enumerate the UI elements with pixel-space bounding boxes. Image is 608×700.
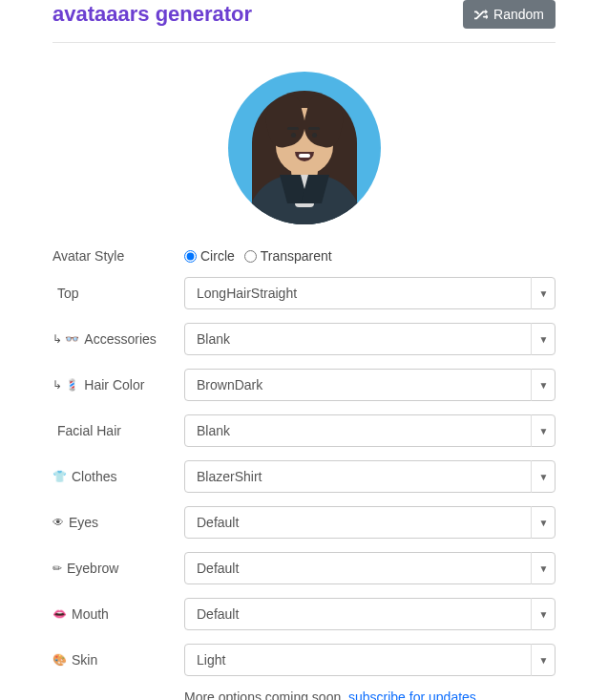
- mouth-icon: 👄: [52, 607, 67, 621]
- row-accessories: ↳ 👓 Accessories Blank ▼: [52, 323, 556, 355]
- row-eyes: 👁 Eyes Default ▼: [52, 506, 556, 539]
- label-mouth: 👄 Mouth: [52, 606, 184, 622]
- select-facial-hair[interactable]: Blank ▼: [184, 414, 556, 447]
- select-top[interactable]: LongHairStraight ▼: [184, 277, 556, 309]
- clothes-icon: 👕: [52, 470, 67, 483]
- radio-circle-label: Circle: [200, 248, 235, 264]
- avatar-preview: [52, 72, 556, 224]
- label-top-text: Top: [57, 286, 79, 301]
- select-clothes-value[interactable]: BlazerShirt: [184, 460, 556, 493]
- select-eyes-value[interactable]: Default: [184, 506, 556, 539]
- label-accessories: ↳ 👓 Accessories: [52, 331, 184, 347]
- shuffle-icon: [474, 8, 488, 21]
- select-eyes[interactable]: Default ▼: [184, 506, 556, 539]
- select-accessories[interactable]: Blank ▼: [184, 323, 556, 355]
- row-skin: 🎨 Skin Light ▼: [52, 644, 556, 676]
- eyes-icon: 👁: [52, 516, 64, 529]
- hair-color-icon: ↳ 💈: [52, 378, 79, 392]
- label-facial-hair-text: Facial Hair: [57, 423, 121, 438]
- label-eyes: 👁 Eyes: [52, 515, 184, 530]
- eyebrow-icon: ✏: [52, 562, 62, 575]
- row-mouth: 👄 Mouth Default ▼: [52, 598, 556, 630]
- avatar-circle: [228, 72, 381, 224]
- footer-text-before: More options coming soon,: [184, 689, 348, 700]
- select-mouth-value[interactable]: Default: [184, 598, 556, 630]
- skin-icon: 🎨: [52, 653, 67, 667]
- label-clothes: 👕 Clothes: [52, 469, 184, 484]
- row-avatar-style: Avatar Style Circle Transparent: [52, 248, 556, 264]
- select-skin[interactable]: Light ▼: [184, 644, 556, 676]
- label-eyebrow-text: Eyebrow: [67, 561, 118, 576]
- label-avatar-style: Avatar Style: [52, 248, 184, 264]
- page-title: avataaars generator: [52, 2, 252, 27]
- label-hair-color-text: Hair Color: [84, 377, 144, 392]
- radio-transparent[interactable]: Transparent: [244, 248, 332, 264]
- radio-transparent-label: Transparent: [261, 248, 332, 264]
- radio-circle[interactable]: Circle: [184, 248, 235, 264]
- select-mouth[interactable]: Default ▼: [184, 598, 556, 630]
- select-eyebrow[interactable]: Default ▼: [184, 552, 556, 584]
- select-skin-value[interactable]: Light: [184, 644, 556, 676]
- label-hair-color: ↳ 💈 Hair Color: [52, 377, 184, 392]
- label-eyes-text: Eyes: [69, 515, 98, 530]
- subscribe-link[interactable]: subscribe for updates: [348, 689, 476, 700]
- select-top-value[interactable]: LongHairStraight: [184, 277, 556, 309]
- radio-transparent-input[interactable]: [244, 250, 257, 263]
- label-skin: 🎨 Skin: [52, 652, 184, 668]
- radio-circle-input[interactable]: [184, 250, 197, 263]
- row-clothes: 👕 Clothes BlazerShirt ▼: [52, 460, 556, 493]
- select-accessories-value[interactable]: Blank: [184, 323, 556, 355]
- row-eyebrow: ✏ Eyebrow Default ▼: [52, 552, 556, 584]
- label-top: Top: [52, 286, 184, 301]
- label-facial-hair: Facial Hair: [52, 423, 184, 438]
- select-hair-color-value[interactable]: BrownDark: [184, 369, 556, 401]
- random-button-label: Random: [493, 7, 544, 22]
- random-button[interactable]: Random: [463, 0, 556, 29]
- label-skin-text: Skin: [72, 652, 97, 668]
- label-accessories-text: Accessories: [84, 331, 156, 347]
- row-top: Top LongHairStraight ▼: [52, 277, 556, 309]
- select-clothes[interactable]: BlazerShirt ▼: [184, 460, 556, 493]
- select-eyebrow-value[interactable]: Default: [184, 552, 556, 584]
- page-header: avataaars generator Random: [52, 0, 556, 43]
- footer-text: More options coming soon, subscribe for …: [184, 689, 556, 700]
- select-hair-color[interactable]: BrownDark ▼: [184, 369, 556, 401]
- avatar-style-radio-group: Circle Transparent: [184, 248, 556, 264]
- label-clothes-text: Clothes: [72, 469, 116, 484]
- row-hair-color: ↳ 💈 Hair Color BrownDark ▼: [52, 369, 556, 401]
- label-mouth-text: Mouth: [72, 606, 109, 622]
- select-facial-hair-value[interactable]: Blank: [184, 414, 556, 447]
- row-facial-hair: Facial Hair Blank ▼: [52, 414, 556, 447]
- accessories-icon: ↳ 👓: [52, 332, 79, 346]
- label-eyebrow: ✏ Eyebrow: [52, 561, 184, 576]
